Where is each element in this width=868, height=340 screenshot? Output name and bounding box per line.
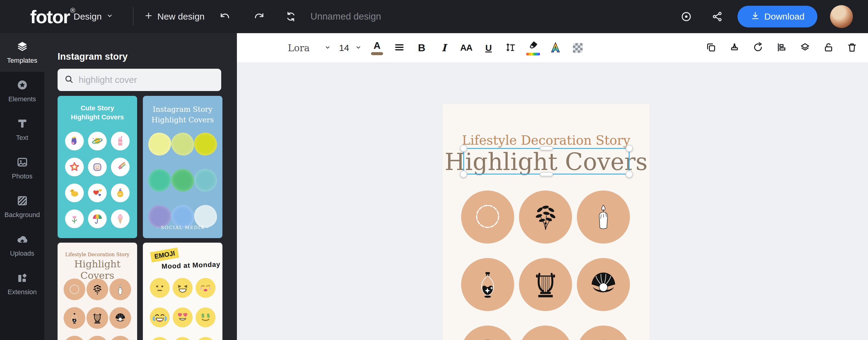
highlighter-icon (528, 40, 538, 52)
emoji-tag: EMOJI (150, 247, 179, 262)
wreath-highlight-cover[interactable] (461, 190, 514, 244)
download-button[interactable]: Download (738, 6, 817, 27)
font-family-select[interactable]: Lora (288, 42, 331, 53)
resize-handle-s[interactable] (540, 172, 553, 176)
uploads-icon (16, 233, 28, 247)
undo-button[interactable] (219, 11, 230, 22)
font-size-select[interactable]: 14 (339, 43, 362, 53)
candle-highlight-cover[interactable] (577, 190, 630, 244)
format-brush-button[interactable] (729, 38, 740, 58)
share-icon[interactable] (712, 11, 723, 22)
sock-icon (65, 132, 84, 150)
watercolor-blob (171, 205, 194, 228)
selection-box[interactable] (463, 148, 629, 175)
resize-refresh-button[interactable] (285, 11, 297, 22)
line-spacing-icon (505, 42, 516, 54)
resize-handle-nw[interactable] (460, 145, 467, 152)
delete-button[interactable] (846, 38, 858, 58)
templates-panel: Instagram story Cute Story Highlight Cov… (44, 33, 237, 340)
document-title[interactable]: Unnamed design (310, 11, 381, 22)
background-icon (16, 195, 28, 208)
rotate-icon (752, 42, 764, 54)
emoji-face-heart-eyes (173, 307, 193, 327)
layers-button[interactable] (799, 38, 811, 58)
chevron-down-icon (106, 11, 114, 22)
resize-handle-sw[interactable] (460, 171, 467, 178)
bold-button[interactable]: B (414, 38, 429, 58)
templates-icon (16, 40, 28, 54)
preview-icon[interactable] (681, 11, 692, 22)
design-menu[interactable]: Design (73, 11, 114, 22)
wreath-icon (64, 279, 85, 300)
column-highlight-cover[interactable] (519, 326, 572, 340)
milk-icon: Milk (111, 132, 130, 150)
search-input[interactable] (79, 75, 215, 85)
sidebar-item-label: Elements (8, 95, 36, 103)
fotor-editor: fotor ® Design New design Unnamed design… (0, 0, 868, 340)
emoji-face-money: $$ (195, 307, 216, 327)
align-position-button[interactable] (776, 38, 787, 58)
duplicate-button[interactable] (705, 38, 717, 58)
align-center-button[interactable] (392, 38, 407, 58)
shell-icon (584, 265, 623, 304)
sidebar-item-text[interactable]: Text (0, 110, 44, 149)
template-thumbnail-cute[interactable]: Cute Story Highlight CoversMilkGIFT (58, 96, 137, 238)
template-search[interactable] (58, 69, 221, 91)
underline-button[interactable]: U (481, 38, 496, 58)
line-spacing-button[interactable] (504, 38, 518, 58)
canvas-workspace[interactable]: Lifestyle Decoration Story Highlight Cov… (237, 63, 868, 340)
resize-handle-ne[interactable] (626, 145, 633, 152)
sidebar-item-uploads[interactable]: Uploads (0, 226, 44, 265)
plus-icon (144, 11, 153, 22)
template-thumbnail-lifestyle[interactable]: Lifestyle Decoration Story Highlight Cov… (58, 243, 137, 340)
sidebar-item-elements[interactable]: Elements (0, 72, 44, 110)
design-page[interactable]: Lifestyle Decoration Story Highlight Cov… (442, 104, 650, 340)
chevron-down-icon (324, 44, 331, 52)
potion-icon (468, 265, 507, 304)
extension-icon (16, 272, 28, 285)
design-subtitle-text[interactable]: Lifestyle Decoration Story (442, 133, 650, 148)
template-results: Cute Story Highlight CoversMilkGIFT Inst… (58, 96, 222, 340)
moon-highlight-cover[interactable] (461, 326, 514, 340)
letter-case-icon: AA (460, 43, 472, 53)
resize-handle-se[interactable] (626, 171, 633, 178)
sidebar-item-label: Text (16, 134, 28, 142)
text-color-button[interactable]: A (370, 38, 384, 58)
template-thumbnail-watercolor[interactable]: Instagram Story Highlight Covers- SOCIAL… (143, 96, 222, 238)
sidebar-item-background[interactable]: Background (0, 187, 44, 226)
branch-icon (526, 197, 565, 237)
column-icon (87, 336, 108, 340)
delete-icon (846, 42, 858, 54)
italic-button[interactable]: I (437, 38, 451, 58)
new-design-button[interactable]: New design (144, 11, 205, 22)
top-bar: fotor ® Design New design Unnamed design… (0, 0, 868, 33)
avatar[interactable] (830, 5, 853, 28)
moon-icon (64, 336, 85, 340)
unlock-button[interactable] (823, 38, 834, 58)
logo-text: fotor (30, 6, 70, 27)
sidebar-item-extension[interactable]: Extension (0, 265, 44, 303)
lyre-highlight-cover[interactable] (519, 258, 572, 311)
letter-case-button[interactable]: AA (459, 38, 473, 58)
sun-highlight-cover[interactable] (577, 326, 630, 340)
fotor-logo[interactable]: fotor ® (30, 0, 75, 33)
emoji-face-wink (150, 337, 170, 340)
redo-button[interactable] (254, 11, 265, 22)
underline-icon: U (485, 43, 492, 53)
highlight-color-button[interactable] (526, 38, 540, 58)
sidebar-item-photos[interactable]: Photos (0, 149, 44, 187)
star-icon (65, 158, 84, 176)
wreath-icon (468, 197, 507, 237)
potion-highlight-cover[interactable] (461, 258, 514, 311)
resize-handle-n[interactable] (540, 146, 553, 150)
template-thumbnail-emoji[interactable]: EMOJI Mood at Monday $$ (143, 243, 222, 340)
sidebar-item-templates[interactable]: Templates (0, 33, 44, 72)
rotate-button[interactable] (752, 38, 764, 58)
shell-highlight-cover[interactable] (577, 258, 630, 311)
transparency-icon (573, 43, 583, 53)
text-effects-button[interactable] (548, 38, 563, 58)
branch-highlight-cover[interactable] (519, 190, 572, 244)
lyre-icon (526, 265, 565, 304)
italic-icon: I (441, 42, 446, 54)
transparency-button[interactable] (570, 38, 585, 58)
